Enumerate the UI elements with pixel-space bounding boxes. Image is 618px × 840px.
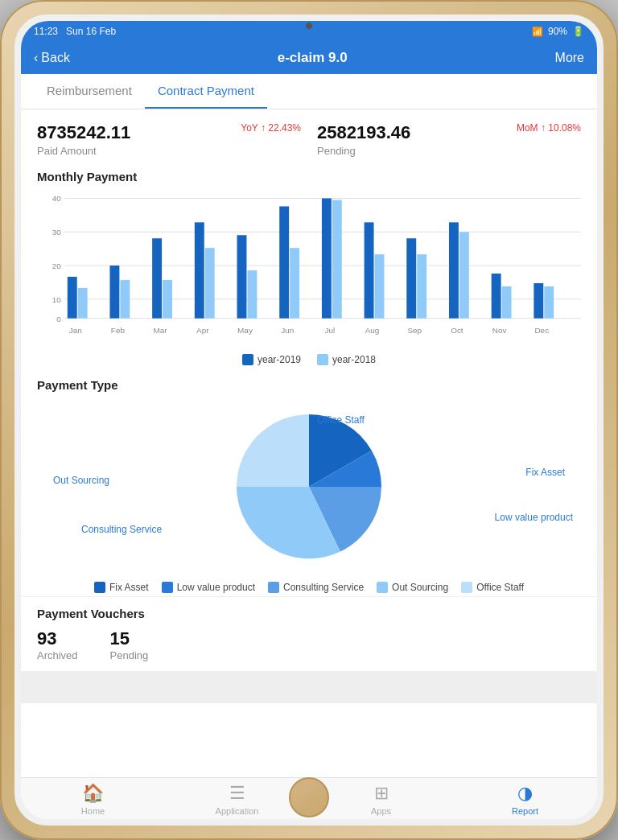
svg-text:20: 20 (52, 261, 62, 270)
nav-bar: ‹ Back e-claim 9.0 More (21, 42, 597, 74)
paid-label: Paid Amount (37, 145, 301, 157)
vouchers-title: Payment Vouchers (37, 607, 581, 620)
svg-text:40: 40 (52, 195, 62, 204)
pie-chart-container: Office Staff Out Sourcing Consulting Ser… (37, 398, 581, 575)
svg-rect-13 (120, 280, 130, 319)
tab-application[interactable]: ☰ Application (165, 783, 309, 816)
svg-text:May: May (237, 326, 253, 335)
tab-contract-payment[interactable]: Contract Payment (145, 74, 267, 109)
report-icon: ◑ (517, 783, 533, 804)
paid-change: YoY ↑ 22.43% (241, 122, 301, 134)
main-content: 8735242.11 YoY ↑ 22.43% Paid Amount 2582… (21, 109, 597, 777)
svg-rect-20 (279, 206, 289, 318)
svg-rect-33 (544, 286, 554, 319)
svg-rect-32 (534, 283, 543, 319)
vouchers-stats: 93 Archived 15 Pending (37, 628, 581, 661)
pie-legend-consulting-label: Consulting Service (283, 582, 364, 593)
archived-block: 93 Archived (37, 628, 78, 661)
pie-label-office-staff: Office Staff (317, 414, 365, 426)
pie-legend-fix-asset-dot (94, 582, 105, 593)
pending-change-label: MoM (517, 122, 538, 134)
home-tab-label: Home (81, 806, 105, 816)
svg-rect-15 (163, 280, 172, 319)
up-arrow-icon: ↑ (261, 122, 266, 134)
home-icon: 🏠 (82, 783, 104, 804)
legend-2019-label: year-2019 (258, 354, 301, 365)
screen: 11:23 Sun 16 Feb 📶 90% 🔋 ‹ Back e-claim … (21, 21, 597, 819)
ipad-inner: 11:23 Sun 16 Feb 📶 90% 🔋 ‹ Back e-claim … (14, 14, 604, 826)
bar-chart-svg: 40 30 20 10 0 (37, 190, 581, 351)
stats-section: 8735242.11 YoY ↑ 22.43% Paid Amount 2582… (21, 109, 597, 163)
pie-legend-low-value: Low value product (162, 582, 255, 593)
home-button[interactable] (289, 777, 329, 817)
pie-legend-low-value-label: Low value product (177, 582, 255, 593)
svg-text:Oct: Oct (451, 326, 464, 335)
paid-change-label: YoY (241, 122, 258, 134)
chevron-left-icon: ‹ (34, 51, 38, 65)
more-button[interactable]: More (555, 51, 584, 65)
legend-2019: year-2019 (242, 354, 301, 365)
pie-legend-office-staff: Office Staff (461, 582, 524, 593)
application-tab-label: Application (216, 806, 259, 816)
status-time-date: 11:23 Sun 16 Feb (34, 26, 116, 37)
pending-change-value: 10.08% (548, 122, 581, 134)
svg-rect-31 (502, 286, 512, 319)
svg-text:Feb: Feb (111, 326, 126, 335)
status-date: Sun 16 Feb (66, 26, 116, 37)
status-right: 📶 90% 🔋 (532, 26, 584, 37)
legend-2018-dot (317, 354, 328, 365)
pie-label-out-sourcing: Out Sourcing (53, 475, 109, 486)
apps-tab-label: Apps (371, 806, 391, 816)
bar-chart-container: 40 30 20 10 0 (37, 190, 581, 351)
paid-amount-block: 8735242.11 YoY ↑ 22.43% Paid Amount (37, 122, 301, 157)
svg-text:Jul: Jul (324, 326, 335, 335)
pending-label: Pending (317, 145, 581, 157)
tab-home[interactable]: 🏠 Home (21, 783, 165, 816)
legend-2018: year-2018 (317, 354, 376, 365)
tab-apps[interactable]: ⊞ Apps (309, 783, 453, 816)
pie-chart-svg (220, 398, 398, 575)
tab-report[interactable]: ◑ Report (453, 783, 597, 816)
up-arrow-icon-2: ↑ (541, 122, 546, 134)
svg-text:0: 0 (56, 315, 61, 323)
svg-rect-25 (375, 254, 385, 319)
archived-label: Archived (37, 649, 78, 661)
pie-label-low-value: Low value product (495, 512, 573, 523)
bar-chart-legend: year-2019 year-2018 (37, 354, 581, 365)
pie-legend-consulting-dot (268, 582, 279, 593)
svg-rect-27 (417, 254, 426, 319)
battery-pct: 90% (548, 26, 567, 37)
svg-text:Aug: Aug (365, 326, 380, 335)
svg-rect-18 (237, 235, 247, 318)
pending-voucher-label: Pending (110, 649, 149, 661)
camera-dot (306, 23, 312, 29)
svg-rect-19 (247, 270, 257, 319)
pie-legend-fix-asset-label: Fix Asset (109, 582, 149, 593)
svg-rect-16 (195, 222, 204, 318)
svg-text:Sep: Sep (407, 326, 422, 335)
pending-amount-block: 2582193.46 MoM ↑ 10.08% Pending (317, 122, 581, 157)
legend-2019-dot (242, 354, 253, 365)
tabs-bar: Reimbursement Contract Payment (21, 74, 597, 109)
tab-reimbursement-label: Reimbursement (47, 84, 132, 97)
bar-chart-title: Monthly Payment (37, 170, 581, 183)
svg-rect-21 (290, 248, 299, 318)
pie-legend-low-value-dot (162, 582, 173, 593)
pending-change: MoM ↑ 10.08% (517, 122, 581, 134)
pie-legend-outsourcing-dot (377, 582, 388, 593)
back-label: Back (41, 51, 70, 65)
battery-icon: 🔋 (572, 26, 584, 37)
pie-legend-outsourcing-label: Out Sourcing (392, 582, 448, 593)
pie-legend-fix-asset: Fix Asset (94, 582, 149, 593)
svg-rect-10 (68, 277, 77, 319)
svg-text:Dec: Dec (534, 326, 549, 335)
svg-text:Jun: Jun (281, 326, 294, 335)
ipad-frame: 11:23 Sun 16 Feb 📶 90% 🔋 ‹ Back e-claim … (0, 0, 618, 840)
tab-reimbursement[interactable]: Reimbursement (34, 74, 145, 109)
pie-legend-office-staff-label: Office Staff (476, 582, 524, 593)
pending-header: 2582193.46 MoM ↑ 10.08% (317, 122, 581, 143)
back-button[interactable]: ‹ Back (34, 51, 70, 65)
tab-contract-payment-label: Contract Payment (158, 84, 254, 97)
svg-text:30: 30 (52, 228, 62, 237)
pending-value: 2582193.46 (317, 122, 410, 143)
